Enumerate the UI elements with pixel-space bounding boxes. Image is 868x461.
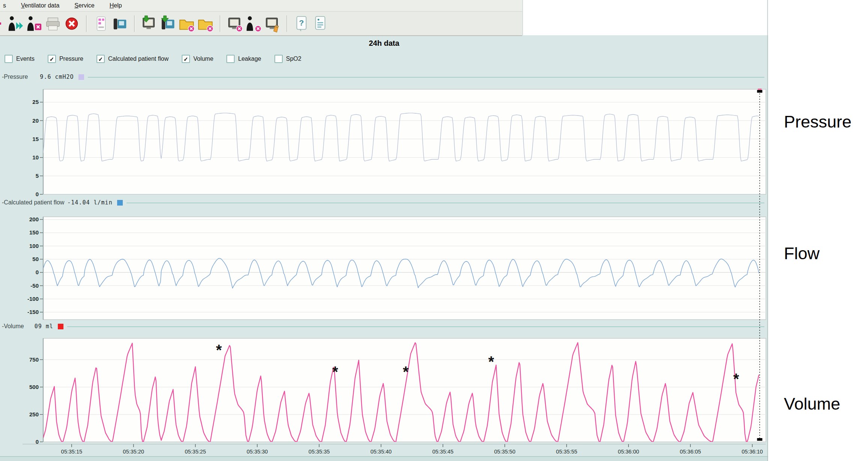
svg-text:150: 150 — [29, 229, 39, 236]
svg-text:05:35:50: 05:35:50 — [494, 449, 515, 455]
svg-text:*: * — [332, 363, 338, 380]
svg-text:05:36:00: 05:36:00 — [618, 449, 639, 455]
svg-text:05:35:40: 05:35:40 — [371, 449, 392, 455]
svg-text:500: 500 — [29, 384, 39, 390]
svg-text:0: 0 — [36, 269, 39, 275]
svg-text:50: 50 — [32, 256, 39, 262]
app-window: s Ventilator data Service Help ? 24h dat… — [0, 0, 768, 461]
svg-text:05:35:25: 05:35:25 — [185, 449, 206, 455]
annotation-label-pressure: Pressure — [784, 112, 851, 132]
svg-text:750: 750 — [29, 356, 39, 363]
svg-text:05:35:55: 05:35:55 — [556, 449, 577, 455]
svg-text:*: * — [216, 342, 222, 358]
annotation-label-volume: Volume — [784, 394, 840, 414]
svg-text:5: 5 — [36, 173, 39, 179]
svg-text:05:35:15: 05:35:15 — [61, 449, 82, 455]
svg-text:*: * — [733, 371, 739, 387]
waveform-charts[interactable]: 0510152025-150-100-500501001502000250500… — [0, 0, 768, 461]
svg-text:250: 250 — [29, 411, 39, 417]
annotation-label-flow: Flow — [784, 244, 820, 263]
svg-text:05:36:05: 05:36:05 — [680, 449, 701, 455]
svg-text:-50: -50 — [30, 282, 39, 289]
svg-text:*: * — [488, 353, 494, 370]
svg-text:15: 15 — [32, 136, 39, 142]
svg-text:05:36:10: 05:36:10 — [741, 449, 763, 455]
svg-text:20: 20 — [32, 117, 39, 124]
svg-text:05:35:30: 05:35:30 — [247, 449, 268, 455]
svg-text:05:35:20: 05:35:20 — [123, 449, 144, 455]
svg-text:0: 0 — [36, 191, 39, 197]
svg-text:-150: -150 — [27, 309, 39, 315]
svg-text:05:35:45: 05:35:45 — [432, 449, 453, 455]
svg-text:05:35:35: 05:35:35 — [309, 449, 330, 455]
svg-text:100: 100 — [29, 243, 39, 249]
svg-text:*: * — [403, 363, 409, 380]
svg-text:-100: -100 — [27, 296, 39, 302]
svg-text:200: 200 — [29, 216, 39, 222]
svg-text:25: 25 — [32, 99, 39, 105]
svg-text:10: 10 — [32, 154, 39, 161]
